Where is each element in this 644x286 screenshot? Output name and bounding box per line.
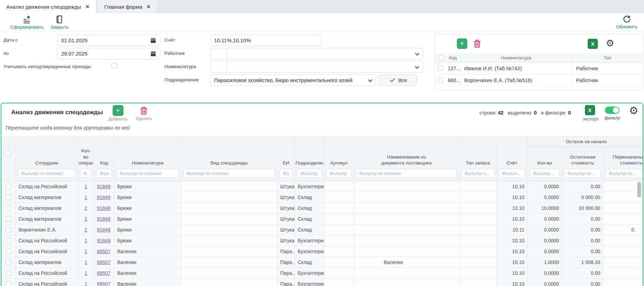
row-checkbox[interactable]: [6, 205, 11, 211]
column-title[interactable]: Сотрудник: [16, 160, 77, 166]
vertical-scrollbar-thumb[interactable]: [637, 182, 641, 197]
nomenclature-combo[interactable]: [210, 61, 423, 73]
column-filter-input[interactable]: [297, 169, 322, 178]
row-checkbox[interactable]: [6, 216, 11, 222]
row-checkbox[interactable]: [6, 249, 11, 254]
worker-combo-segment[interactable]: [210, 48, 227, 59]
close-tab-icon[interactable]: [147, 4, 151, 9]
delete-worker-button[interactable]: [473, 39, 482, 49]
row-checkbox[interactable]: [6, 270, 11, 276]
cell-link[interactable]: 91848: [97, 238, 111, 243]
column-filter-input[interactable]: [564, 169, 601, 178]
select-all-departments-button[interactable]: Все: [380, 74, 417, 86]
cell-link[interactable]: 2: [85, 216, 87, 222]
nomenclature-combo-segment[interactable]: [210, 61, 227, 72]
column-title[interactable]: Счёт: [497, 160, 526, 166]
column-filter-input[interactable]: [461, 169, 494, 178]
column-title[interactable]: Первоначальная стоимость: [604, 154, 643, 166]
grid-filter-toggle[interactable]: фильтр: [602, 105, 622, 120]
column-filter-input[interactable]: [606, 169, 643, 178]
cell-link[interactable]: 68507: [97, 249, 111, 254]
cell-link[interactable]: 1: [85, 184, 87, 189]
row-checkbox[interactable]: [6, 281, 11, 286]
column-title[interactable]: Наименование из документа поставщика: [380, 154, 433, 166]
calendar-icon[interactable]: [150, 37, 157, 44]
row-checkbox[interactable]: [6, 195, 11, 200]
generate-button[interactable]: Сформировать: [8, 15, 46, 30]
column-filter-input[interactable]: [183, 169, 275, 178]
grid-export-button[interactable]: экспорт: [583, 105, 597, 122]
filter-toggle-switch[interactable]: [605, 107, 620, 114]
excel-export-button[interactable]: [588, 39, 598, 49]
row-checkbox[interactable]: [6, 259, 11, 265]
row-checkbox[interactable]: [438, 78, 443, 83]
gear-icon[interactable]: [606, 38, 614, 49]
table-row[interactable]: Склад материалов291848БрюкиШтукаСклад10.…: [1, 203, 643, 214]
gear-icon[interactable]: [629, 105, 638, 116]
table-row[interactable]: Склад на Российской168507ВаленкиПара...Б…: [1, 246, 643, 257]
close-tab-icon[interactable]: [85, 4, 90, 9]
column-title[interactable]: Кол-во: [528, 160, 561, 166]
table-row[interactable]: Склад на Российской168507ВаленкиПара...Б…: [1, 279, 643, 286]
table-row[interactable]: Склад на Российской168507ВаленкиПара...Б…: [1, 268, 643, 279]
selection-row[interactable]: 660...Ворончихин Е.А. (Таб.№516)Работник: [435, 74, 643, 86]
column-filter-input[interactable]: [116, 169, 179, 178]
cell-link[interactable]: 1: [85, 195, 87, 200]
table-row[interactable]: Ворончихин Е.А.291848БрюкиШтукаСклад10.1…: [1, 225, 643, 235]
column-filter-input[interactable]: [326, 169, 352, 178]
cell-link[interactable]: 1: [85, 281, 87, 286]
table-row[interactable]: Склад материалов191848БрюкиШтукаСклад10.…: [1, 192, 643, 203]
account-input[interactable]: [210, 35, 322, 46]
refresh-button[interactable]: Обновить: [611, 15, 642, 29]
cell-link[interactable]: 1: [85, 238, 87, 243]
column-title[interactable]: Кол-во операций: [79, 148, 93, 166]
cell-link[interactable]: 91848: [97, 227, 111, 233]
cell-link[interactable]: 68507: [97, 259, 111, 265]
column-filter-input[interactable]: [18, 169, 76, 178]
cell-link[interactable]: 91848: [97, 205, 111, 211]
column-title[interactable]: Код: [95, 160, 113, 166]
cell-link[interactable]: 68507: [97, 270, 111, 276]
row-checkbox[interactable]: [6, 238, 11, 243]
table-row[interactable]: Склад материалов168507ВаленкиПара...Скла…: [1, 257, 643, 268]
column-title[interactable]: Подразделение: [296, 160, 323, 166]
date-to-input[interactable]: [57, 48, 160, 59]
department-select[interactable]: Паросиловое хозяйство, Бюро инструментал…: [210, 74, 376, 86]
unconfirmed-checkbox[interactable]: [111, 63, 117, 69]
add-worker-button[interactable]: [457, 38, 467, 49]
row-checkbox[interactable]: [6, 227, 11, 233]
tab-main-form[interactable]: Главная форма: [98, 0, 157, 13]
delete-row-button[interactable]: Удалить: [132, 105, 156, 121]
row-checkbox[interactable]: [438, 66, 443, 71]
row-checkbox[interactable]: [6, 184, 11, 189]
cell-link[interactable]: 2: [85, 227, 87, 233]
cell-link[interactable]: 91848: [97, 216, 111, 222]
table-row[interactable]: Склад на Российской191848БрюкиШтукаБухга…: [1, 235, 643, 246]
table-row[interactable]: Склад материалов291848БрюкиШтукаСклад10.…: [1, 214, 643, 225]
column-filter-input[interactable]: [530, 169, 560, 178]
column-title[interactable]: Артикул: [325, 160, 353, 166]
date-from-input[interactable]: [57, 35, 160, 46]
cell-link[interactable]: 1: [85, 249, 87, 254]
tab-analysis[interactable]: Анализ движения спецодежды: [0, 0, 96, 13]
column-filter-input[interactable]: [499, 169, 525, 178]
column-title[interactable]: ЕИ: [278, 160, 294, 166]
cell-link[interactable]: 91848: [97, 195, 111, 200]
column-title[interactable]: Остаточная стоимость: [563, 154, 602, 166]
cell-link[interactable]: 1: [85, 270, 87, 276]
add-row-button[interactable]: Добавить: [106, 105, 130, 122]
cell-link[interactable]: 91848: [97, 184, 111, 189]
cell-link[interactable]: 68507: [97, 281, 111, 286]
column-title[interactable]: Тип запаса: [460, 160, 496, 166]
column-filter-input[interactable]: [96, 169, 112, 178]
close-form-button[interactable]: Закрыть: [47, 15, 72, 30]
worker-combo[interactable]: [210, 48, 423, 59]
calendar-icon[interactable]: [150, 50, 157, 57]
cell-link[interactable]: 1: [85, 259, 87, 265]
column-title[interactable]: Вид спецодежды: [182, 160, 276, 166]
column-filter-input[interactable]: [356, 169, 457, 178]
column-filter-input[interactable]: [80, 169, 92, 178]
column-title[interactable]: Номенклатура: [115, 160, 180, 166]
column-filter-input[interactable]: [279, 169, 292, 178]
select-all-checkbox[interactable]: [439, 55, 444, 60]
